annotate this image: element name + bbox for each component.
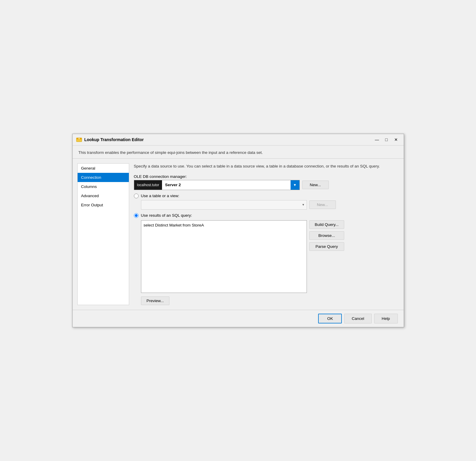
window-title: Lookup Transformation Editor bbox=[84, 137, 144, 142]
parse-query-button[interactable]: Parse Query bbox=[309, 242, 344, 251]
window-icon bbox=[76, 137, 82, 143]
select-arrow-icon: ▼ bbox=[291, 180, 299, 190]
connection-row: localhost.tutor Server 2 ▼ New... bbox=[134, 180, 399, 190]
nav-item-advanced[interactable]: Advanced bbox=[78, 191, 129, 200]
main-window: Lookup Transformation Editor — □ ✕ This … bbox=[72, 134, 404, 327]
use-sql-label: Use results of an SQL query: bbox=[141, 213, 192, 218]
use-table-radio-row: Use a table or a view: bbox=[134, 194, 399, 198]
table-dropdown-row: ▾ New... bbox=[134, 200, 399, 210]
title-bar-left: Lookup Transformation Editor bbox=[76, 137, 144, 143]
preview-button[interactable]: Preview... bbox=[141, 296, 170, 305]
description-text: This transform enables the performance o… bbox=[73, 146, 404, 159]
use-table-section: Use a table or a view: ▾ New... bbox=[134, 194, 399, 210]
use-table-label: Use a table or a view: bbox=[141, 194, 179, 198]
ok-button[interactable]: OK bbox=[318, 314, 342, 323]
minimize-button[interactable]: — bbox=[373, 136, 381, 143]
use-table-radio[interactable] bbox=[134, 194, 139, 198]
nav-item-connection[interactable]: Connection bbox=[78, 173, 129, 182]
form-section: OLE DB connection manager: localhost.tut… bbox=[134, 174, 399, 305]
cancel-button[interactable]: Cancel bbox=[344, 314, 371, 323]
sql-row: select Distinct Market from StoreA Build… bbox=[134, 220, 399, 293]
connection-select[interactable]: localhost.tutor Server 2 ▼ bbox=[134, 180, 300, 190]
connection-manager-label: OLE DB connection manager: bbox=[134, 174, 399, 179]
new-connection-button[interactable]: New... bbox=[302, 181, 329, 189]
help-button[interactable]: Help bbox=[374, 314, 398, 323]
instruction-text: Specify a data source to use. You can se… bbox=[134, 163, 399, 169]
nav-item-general[interactable]: General bbox=[78, 164, 129, 173]
table-select-dropdown[interactable]: ▾ bbox=[141, 200, 307, 210]
use-sql-radio-row: Use results of an SQL query: bbox=[134, 213, 399, 218]
preview-btn-row: Preview... bbox=[134, 296, 399, 305]
nav-item-columns[interactable]: Columns bbox=[78, 182, 129, 191]
browse-button[interactable]: Browse... bbox=[309, 231, 344, 240]
maximize-button[interactable]: □ bbox=[382, 136, 391, 143]
use-sql-radio[interactable] bbox=[134, 213, 139, 218]
close-button[interactable]: ✕ bbox=[392, 136, 400, 143]
build-query-button[interactable]: Build Query... bbox=[309, 220, 344, 229]
use-sql-section: Use results of an SQL query: select Dist… bbox=[134, 213, 399, 305]
title-bar: Lookup Transformation Editor — □ ✕ bbox=[73, 134, 404, 146]
main-panel: Specify a data source to use. You can se… bbox=[134, 163, 399, 305]
connection-server-value: Server 2 bbox=[162, 183, 290, 187]
footer: OK Cancel Help bbox=[73, 310, 404, 327]
sql-buttons: Build Query... Browse... Parse Query bbox=[309, 220, 344, 251]
sql-textarea-wrapper: select Distinct Market from StoreA bbox=[141, 220, 307, 293]
table-new-button[interactable]: New... bbox=[309, 200, 336, 209]
table-select-arrow-icon: ▾ bbox=[302, 203, 304, 207]
nav-panel: General Connection Columns Advanced Erro… bbox=[77, 163, 129, 305]
svg-point-2 bbox=[78, 138, 80, 139]
sql-query-textarea[interactable]: select Distinct Market from StoreA bbox=[141, 221, 307, 292]
title-bar-buttons: — □ ✕ bbox=[373, 136, 400, 143]
connection-manager-section: OLE DB connection manager: localhost.tut… bbox=[134, 174, 399, 190]
nav-item-error-output[interactable]: Error Output bbox=[78, 200, 129, 210]
connection-label-dark: localhost.tutor bbox=[134, 180, 162, 190]
content-area: General Connection Columns Advanced Erro… bbox=[73, 159, 404, 310]
